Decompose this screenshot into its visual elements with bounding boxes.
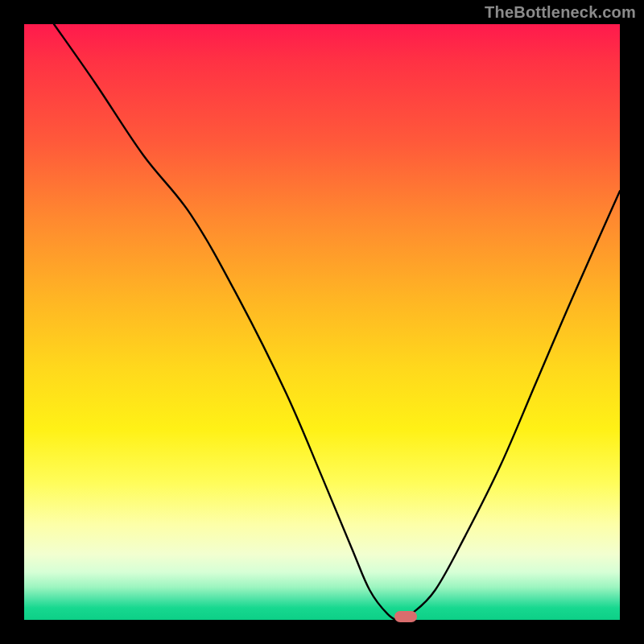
chart-frame: TheBottleneck.com xyxy=(0,0,644,644)
bottleneck-curve xyxy=(24,24,620,620)
optimal-marker xyxy=(394,611,417,622)
watermark-text: TheBottleneck.com xyxy=(485,3,636,22)
plot-area xyxy=(24,24,620,620)
